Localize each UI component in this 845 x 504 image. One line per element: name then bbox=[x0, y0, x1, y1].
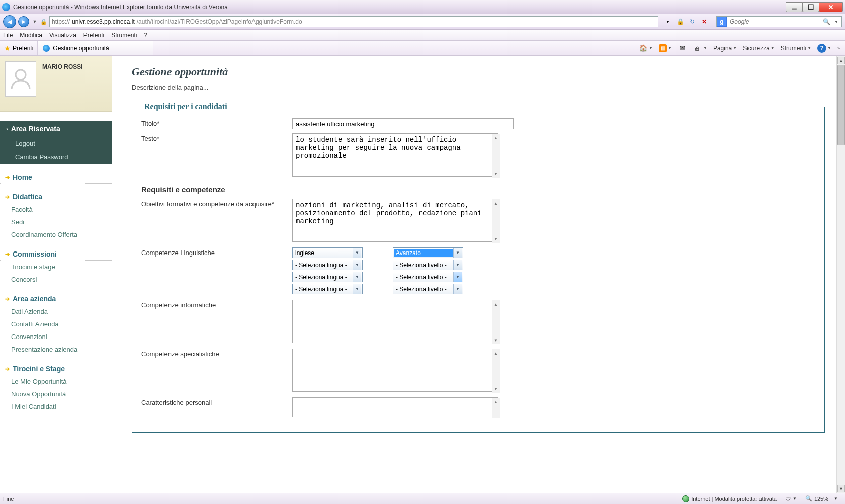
google-provider-icon[interactable]: g bbox=[717, 17, 727, 27]
print-button[interactable]: 🖨▼ bbox=[691, 43, 709, 54]
ie-icon bbox=[2, 3, 10, 11]
address-dropdown-button[interactable]: ▼ bbox=[663, 20, 672, 24]
search-button[interactable]: 🔍 bbox=[821, 18, 831, 25]
window-titlebar: Gestione opportunità - Windows Internet … bbox=[0, 0, 845, 14]
tools-menu-button[interactable]: Strumenti▼ bbox=[779, 43, 813, 54]
favorites-button[interactable]: ★ Preferiti bbox=[0, 41, 38, 55]
forward-button[interactable]: ► bbox=[18, 16, 29, 27]
window-close-button[interactable] bbox=[819, 2, 843, 12]
feeds-button[interactable]: ▨▼ bbox=[657, 43, 674, 54]
favorites-label: Preferiti bbox=[13, 45, 33, 52]
security-menu-label: Sicurezza bbox=[743, 45, 770, 52]
search-dropdown-button[interactable]: ▼ bbox=[831, 20, 841, 24]
mail-icon: ✉ bbox=[678, 44, 687, 53]
rss-icon: ▨ bbox=[659, 44, 667, 52]
url-protocol: https:// bbox=[52, 18, 70, 25]
printer-icon: 🖨 bbox=[693, 44, 702, 53]
menu-strumenti[interactable]: Strumenti bbox=[111, 32, 137, 39]
tools-menu-label: Strumenti bbox=[781, 45, 806, 52]
history-dropdown-button[interactable]: ▼ bbox=[31, 19, 38, 24]
search-box[interactable]: g 🔍 ▼ bbox=[716, 16, 842, 27]
url-path: /auth/tirocini/azi/TIROGestOppAziPageInf… bbox=[137, 18, 302, 25]
command-bar: ★ Preferiti Gestione opportunità 🏠▼ ▨▼ ✉… bbox=[0, 41, 845, 56]
address-controls: ▼ 🔒 ↻ ✕ bbox=[660, 18, 712, 25]
menu-help[interactable]: ? bbox=[144, 32, 148, 39]
search-input[interactable] bbox=[727, 18, 821, 25]
tab-favicon-icon bbox=[43, 45, 50, 52]
page-menu-button[interactable]: Pagina▼ bbox=[711, 43, 739, 54]
url-host: univr.esse3.pp.cineca.it bbox=[72, 18, 135, 25]
menu-visualizza[interactable]: Visualizza bbox=[49, 32, 76, 39]
window-minimize-button[interactable] bbox=[786, 2, 803, 12]
help-icon: ? bbox=[817, 44, 826, 53]
home-button[interactable]: 🏠▼ bbox=[637, 43, 655, 54]
separator bbox=[714, 17, 714, 26]
window-title: Gestione opportunità - Windows Internet … bbox=[13, 4, 786, 11]
menu-file[interactable]: File bbox=[3, 32, 13, 39]
browser-tab[interactable]: Gestione opportunità bbox=[38, 41, 153, 55]
menu-preferiti[interactable]: Preferiti bbox=[83, 32, 104, 39]
security-menu-button[interactable]: Sicurezza▼ bbox=[741, 43, 777, 54]
address-bar-row: ◄ ► ▼ 🔒 https://univr.esse3.pp.cineca.it… bbox=[0, 14, 845, 30]
tab-title: Gestione opportunità bbox=[53, 45, 109, 52]
new-tab-button[interactable] bbox=[153, 41, 165, 55]
refresh-button[interactable]: ↻ bbox=[688, 18, 697, 25]
back-button[interactable]: ◄ bbox=[3, 15, 16, 28]
lock-icon: 🔒 bbox=[40, 19, 47, 25]
ssl-lock-icon[interactable]: 🔒 bbox=[675, 18, 685, 25]
mail-button[interactable]: ✉ bbox=[676, 43, 689, 54]
address-input[interactable]: https://univr.esse3.pp.cineca.it/auth/ti… bbox=[49, 16, 658, 27]
menu-modifica[interactable]: Modifica bbox=[20, 32, 42, 39]
menu-bar: File Modifica Visualizza Preferiti Strum… bbox=[0, 30, 845, 41]
help-button[interactable]: ?▼ bbox=[815, 43, 833, 54]
page-menu-label: Pagina bbox=[713, 45, 732, 52]
window-maximize-button[interactable] bbox=[802, 2, 819, 12]
star-icon: ★ bbox=[4, 44, 11, 52]
svg-rect-1 bbox=[808, 5, 813, 10]
home-icon: 🏠 bbox=[639, 44, 648, 53]
stop-button[interactable]: ✕ bbox=[700, 18, 709, 25]
expand-button[interactable]: » bbox=[835, 43, 842, 54]
